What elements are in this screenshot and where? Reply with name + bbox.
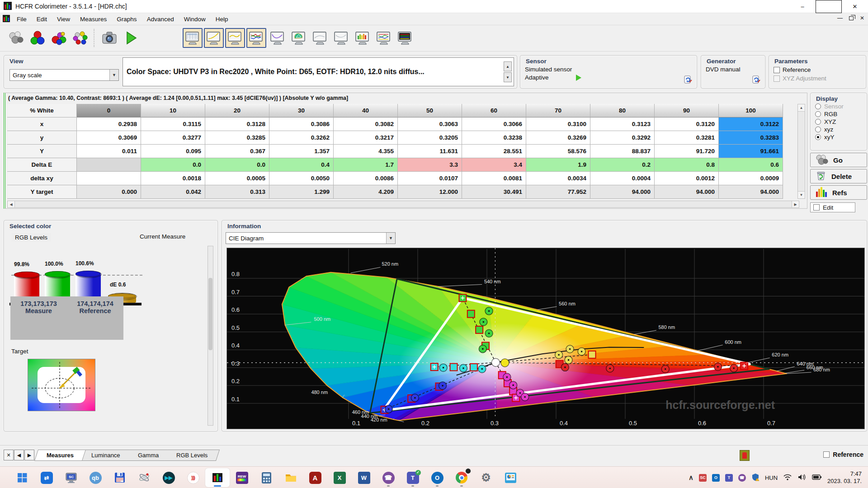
information-dropdown[interactable]: CIE Diagram ▼ — [226, 232, 396, 244]
taskbar-start-icon[interactable] — [10, 468, 34, 487]
row-label-delta-xy[interactable]: delta xy — [7, 172, 77, 185]
graph-blank2-button[interactable] — [331, 28, 351, 48]
maximize-button[interactable] — [816, 0, 842, 13]
taskbar-floppy-icon[interactable] — [108, 468, 132, 487]
language-indicator[interactable]: HUN — [765, 474, 778, 481]
wifi-icon[interactable] — [783, 474, 792, 482]
table-cell[interactable]: 0.3122 — [719, 117, 783, 131]
menu-help[interactable]: Help — [211, 14, 233, 24]
table-cell[interactable]: 0.0034 — [526, 172, 590, 185]
taskbar-teamviewer-icon[interactable]: ⇄ — [34, 468, 59, 487]
measure-scrollbar[interactable] — [208, 246, 213, 426]
column-header-80[interactable]: 80 — [590, 104, 655, 117]
table-cell[interactable]: 0.000 — [77, 185, 141, 199]
tab-measures[interactable]: Measures — [34, 450, 86, 461]
refs-button[interactable]: Refs — [810, 185, 867, 200]
column-header-50[interactable]: 50 — [398, 104, 462, 117]
row-label-x[interactable]: x — [7, 117, 77, 131]
table-cell[interactable]: 0.8 — [655, 158, 719, 172]
spheres-toolbar-button[interactable] — [6, 28, 26, 48]
close-button[interactable]: ✕ — [842, 0, 868, 13]
column-header-0[interactable]: 0 — [77, 104, 141, 117]
column-header-60[interactable]: 60 — [462, 104, 526, 117]
table-cell[interactable]: 0.3066 — [462, 117, 526, 131]
table-cell[interactable]: 11.631 — [398, 145, 462, 158]
table-cell[interactable]: 0.3269 — [526, 131, 590, 145]
table-cell[interactable]: 88.837 — [590, 145, 655, 158]
table-cell[interactable]: 94.000 — [655, 185, 719, 199]
table-cell[interactable]: 4.355 — [334, 145, 398, 158]
table-cell[interactable]: 3.4 — [462, 158, 526, 172]
taskbar-excel-icon[interactable]: X — [327, 468, 352, 487]
table-cell[interactable]: 3.3 — [398, 158, 462, 172]
menu-measures[interactable]: Measures — [75, 14, 112, 24]
table-cell[interactable]: 0.3292 — [590, 131, 655, 145]
taskbar-player-icon[interactable]: ▶▶ — [156, 468, 181, 487]
play-toolbar-button[interactable] — [121, 28, 141, 48]
table-cell[interactable]: 0.3205 — [398, 131, 462, 145]
sensor-play-icon[interactable] — [576, 75, 581, 81]
table-cell[interactable]: 0.3281 — [655, 131, 719, 145]
taskbar-rew-icon[interactable]: REW — [230, 468, 254, 487]
table-cell[interactable]: 0.2938 — [77, 117, 141, 131]
generator-settings-icon[interactable] — [751, 75, 761, 85]
tray-viber-icon[interactable]: ☎ — [738, 474, 746, 482]
table-cell[interactable]: 0.0086 — [334, 172, 398, 185]
edit-checkbox[interactable]: Edit — [810, 202, 855, 212]
taskbar-hcfr-icon[interactable] — [205, 468, 230, 487]
table-cell[interactable]: 91.720 — [655, 145, 719, 158]
menu-window[interactable]: Window — [179, 14, 211, 24]
tab-scroll-right-button[interactable]: ▶ — [24, 450, 34, 460]
menu-graphs[interactable]: Graphs — [112, 14, 142, 24]
taskbar-viber-icon[interactable]: ☎ — [376, 468, 401, 487]
color-ring-toolbar-button[interactable] — [70, 28, 90, 48]
table-cell[interactable]: 0.313 — [205, 185, 269, 199]
column-header-20[interactable]: 20 — [205, 104, 269, 117]
table-cell[interactable]: 0.0018 — [141, 172, 205, 185]
column-header-40[interactable]: 40 — [334, 104, 398, 117]
volume-icon[interactable] — [797, 474, 807, 482]
taskbar-media-atom-icon[interactable] — [132, 468, 156, 487]
status-app-icon[interactable] — [740, 450, 750, 461]
table-cell[interactable]: 0.3283 — [719, 131, 783, 145]
menu-view[interactable]: View — [52, 14, 75, 24]
battery-icon[interactable] — [812, 474, 822, 482]
table-cell[interactable]: 0.0005 — [205, 172, 269, 185]
table-cell[interactable]: 0.2 — [590, 158, 655, 172]
table-cell[interactable]: 0.0107 — [398, 172, 462, 185]
graph-cie-button[interactable] — [289, 28, 309, 48]
graph-dark-button[interactable] — [395, 28, 415, 48]
graph-purple-button[interactable] — [268, 28, 288, 48]
table-cell[interactable]: 0.0050 — [269, 172, 334, 185]
display-option-xyy[interactable]: xyY — [811, 133, 867, 141]
reference-checkbox-bottom[interactable]: Reference — [823, 451, 863, 458]
table-cell[interactable]: 0.367 — [205, 145, 269, 158]
tab-rgb-levels[interactable]: RGB Levels — [165, 450, 220, 461]
table-cell[interactable]: 0.0081 — [462, 172, 526, 185]
table-horizontal-scrollbar[interactable]: ◀▶ — [7, 201, 799, 208]
table-cell[interactable]: 0.3262 — [269, 131, 334, 145]
table-cell[interactable]: 12.000 — [398, 185, 462, 199]
taskbar-outlook-icon[interactable]: O — [425, 468, 449, 487]
table-cell[interactable]: 0.6 — [719, 158, 783, 172]
display-option-xyz[interactable]: XYZ — [811, 117, 867, 125]
taskbar-qbittorrent-icon[interactable]: qb — [83, 468, 108, 487]
chevron-down-icon[interactable]: ▼ — [386, 233, 395, 244]
graph-multiline-button[interactable] — [374, 28, 394, 48]
taskbar-sound-icon[interactable]: ))) — [181, 468, 205, 487]
column-header-30[interactable]: 30 — [269, 104, 334, 117]
chevron-down-icon[interactable]: ▼ — [109, 70, 118, 80]
table-cell[interactable]: 1.7 — [334, 158, 398, 172]
rgb-balls-toolbar-button[interactable] — [28, 28, 47, 48]
go-button[interactable]: Go — [810, 153, 867, 167]
taskbar-word-icon[interactable]: W — [352, 468, 376, 487]
column-header-90[interactable]: 90 — [655, 104, 719, 117]
taskbar-settings-icon[interactable]: ⚙ — [474, 468, 498, 487]
row-label-y[interactable]: Y — [7, 145, 77, 158]
table-cell[interactable]: 1.9 — [526, 158, 590, 172]
table-cell[interactable]: 0.3082 — [334, 117, 398, 131]
taskbar-chrome-icon[interactable] — [449, 468, 474, 487]
table-cell[interactable]: 4.209 — [334, 185, 398, 199]
table-cell[interactable]: 0.0009 — [719, 172, 783, 185]
table-cell[interactable]: 0.3069 — [77, 131, 141, 145]
